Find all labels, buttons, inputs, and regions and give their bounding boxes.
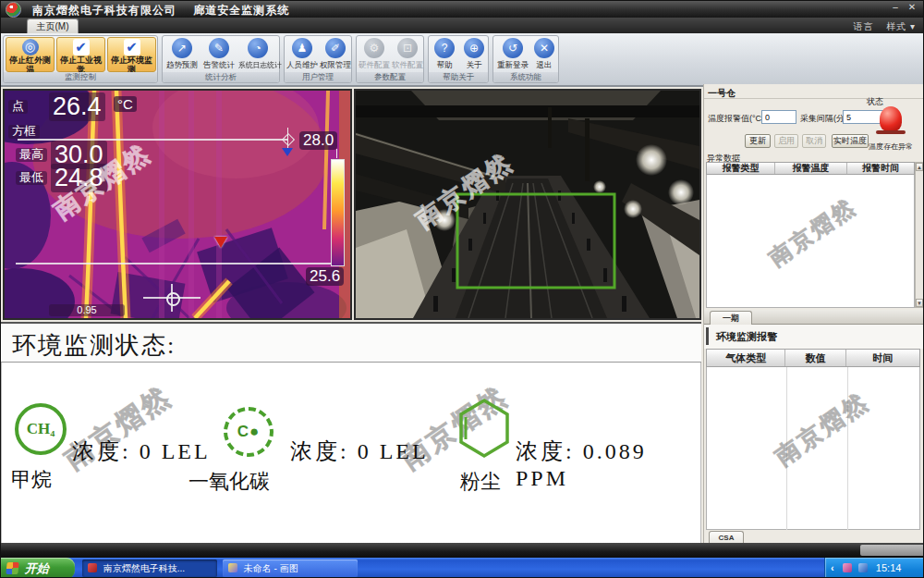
tray-icon-1[interactable] <box>843 563 852 572</box>
trend-predict-button[interactable]: ↗ 趋势预测 <box>164 38 200 71</box>
cancel-button[interactable]: 取消 <box>802 134 826 148</box>
column-header[interactable]: 时间 <box>846 350 919 366</box>
right-panel: 一号仓 状态 温度报警值(°C): 采集间隔(分): 更新 启用 取消 实时温度… <box>703 84 924 543</box>
measure-line-bottom <box>16 263 334 264</box>
group-label: 参数配置 <box>357 72 423 82</box>
paint-task-icon <box>228 563 237 572</box>
camera-image <box>356 91 699 318</box>
check-icon: ✔ <box>73 39 90 55</box>
ribbon-tab-row: 主页(M) 语言 样式 ▾ <box>1 18 923 33</box>
windows-logo-icon <box>6 562 18 574</box>
interval-input[interactable] <box>843 110 883 124</box>
update-button[interactable]: 更新 <box>745 134 771 148</box>
ribbon-group-monitor-control: ◎ 停止红外测温 ✔ 停止工业视觉 ✔ 停止环境监测 监测控制 <box>3 35 158 83</box>
relogin-button[interactable]: ↺ 重新登录 <box>495 38 530 71</box>
accent-bar <box>706 327 709 345</box>
status-label: 状态 <box>867 96 883 108</box>
stop-vision-button[interactable]: ✔ 停止工业视觉 <box>56 37 105 72</box>
software-config-button[interactable]: ⊡ 软件配置 <box>392 38 423 71</box>
taskbar-task-app[interactable]: 南京熠然电子科技... <box>82 560 217 577</box>
env-status-title: 环境监测状态: <box>12 329 176 362</box>
app-window: 南京熠然电子科技有限公司 廊道安全监测系统 – ✕ 主页(M) 语言 样式 ▾ … <box>0 0 924 578</box>
hardware-icon: ⚙ <box>364 38 384 58</box>
tab-csa[interactable]: CSA <box>709 531 744 544</box>
ribbon-group-parameters: ⚙ 硬件配置 ⊡ 软件配置 参数配置 <box>356 35 424 83</box>
marker-red-triangle-icon <box>214 237 227 248</box>
column-header[interactable]: 报警时间 <box>847 163 914 174</box>
resize-grip[interactable] <box>860 545 924 556</box>
group-label: 统计分析 <box>163 72 279 82</box>
alarm-lamp-base <box>876 130 906 134</box>
hardware-config-button[interactable]: ⚙ 硬件配置 <box>359 38 390 71</box>
stop-infrared-button[interactable]: ◎ 停止红外测温 <box>6 37 55 72</box>
tray-clock: 15:14 <box>876 562 902 573</box>
ribbon-group-system: ↺ 重新登录 ✕ 退出 系统功能 <box>492 35 559 83</box>
industrial-camera-view[interactable]: 南京熠然 <box>354 89 701 320</box>
emissivity-value: 0.95 <box>49 304 125 316</box>
unit-label: °C <box>114 96 137 112</box>
infrared-icon: ◎ <box>22 39 39 55</box>
tray-icon-2[interactable] <box>858 563 868 572</box>
scroll-down-icon[interactable]: ▼ <box>916 299 923 307</box>
alarm-status-text: 温度存在异常 <box>863 141 918 152</box>
ribbon-toolbar: ◎ 停止红外测温 ✔ 停止工业视觉 ✔ 停止环境监测 监测控制 ↗ 趋势预测 ✎… <box>1 33 923 87</box>
min-label: 最低 <box>16 171 47 185</box>
point-temperature: 26.4 <box>49 92 105 121</box>
scroll-up-icon[interactable]: ▲ <box>916 163 923 171</box>
alarm-stats-icon: ✎ <box>209 38 229 58</box>
tray-chevron-icon[interactable]: ‹ <box>831 562 834 573</box>
trend-icon: ↗ <box>172 38 192 58</box>
column-header[interactable]: 数值 <box>785 350 845 366</box>
start-button[interactable]: 开始 <box>1 558 75 578</box>
permission-button[interactable]: ✐ 权限管理 <box>320 38 351 71</box>
group-label: 帮助关于 <box>429 72 488 82</box>
tab-phase-one[interactable]: 一期 <box>710 311 752 325</box>
help-button[interactable]: ? 帮助 <box>431 38 458 71</box>
group-label: 监测控制 <box>4 72 157 82</box>
language-menu[interactable]: 语言 <box>853 21 873 31</box>
enable-button[interactable]: 启用 <box>774 134 798 148</box>
tab-home[interactable]: 主页(M) <box>27 18 79 34</box>
gas-reading-co: 浓度: 0 LEL <box>290 437 429 466</box>
about-button[interactable]: ⊕ 关于 <box>460 38 488 71</box>
scale-high-value: 28.0 <box>299 131 337 150</box>
app-logo-icon <box>6 2 21 18</box>
taskbar-task-paint[interactable]: 未命名 - 画图 <box>223 560 358 577</box>
ribbon-group-help: ? 帮助 ⊕ 关于 帮助关于 <box>428 35 489 83</box>
help-icon: ? <box>434 38 455 58</box>
alarm-lamp-icon <box>880 106 902 131</box>
style-menu[interactable]: 样式 <box>886 21 906 31</box>
temp-alarm-input[interactable] <box>761 110 796 124</box>
app-task-icon <box>88 563 97 572</box>
column-header[interactable]: 气体类型 <box>707 350 785 366</box>
software-icon: ⊡ <box>397 38 418 58</box>
exit-button[interactable]: ✕ 退出 <box>532 38 556 71</box>
crosshair-icon <box>166 292 180 306</box>
marker-blue-triangle-icon <box>282 148 293 156</box>
system-tray: ‹ 15:14 <box>824 558 924 578</box>
column-header[interactable]: 报警类型 <box>707 163 775 174</box>
alarm-table-scrollbar[interactable]: ▲ ▼ <box>915 162 924 308</box>
check-icon: ✔ <box>124 39 140 55</box>
min-temperature: 24.8 <box>51 164 107 192</box>
ribbon-group-statistics: ↗ 趋势预测 ✎ 告警统计 ◔ 系统日志统计 统计分析 <box>162 35 280 83</box>
ribbon-group-user-management: ♟ 人员维护 ✐ 权限管理 用户管理 <box>284 35 352 83</box>
env-alarm-title: 环境监测报警 <box>716 330 777 344</box>
gas-reading-methane: 浓度: 0 LEL <box>72 437 211 466</box>
thermal-camera-view[interactable]: 点 26.4 °C 方框 最高 30.0 最低 24.8 28.0 25.6 0… <box>3 89 352 320</box>
log-stats-button[interactable]: ◔ 系统日志统计 <box>237 38 279 71</box>
app-name: 廊道安全监测系统 <box>193 4 289 17</box>
minimize-button[interactable]: – <box>888 1 903 13</box>
thermal-image <box>5 91 350 318</box>
user-icon: ♟ <box>292 38 312 58</box>
temperature-scale-bar <box>331 159 345 266</box>
max-label: 最高 <box>16 148 47 162</box>
company-name: 南京熠然电子科技有限公司 <box>32 4 176 17</box>
column-header[interactable]: 报警温度 <box>775 163 847 174</box>
stop-env-monitor-button[interactable]: ✔ 停止环境监测 <box>107 37 156 72</box>
user-maintain-button[interactable]: ♟ 人员维护 <box>286 38 318 71</box>
close-button[interactable]: ✕ <box>905 1 919 13</box>
alarm-stats-button[interactable]: ✎ 告警统计 <box>201 38 237 71</box>
env-table-header: 气体类型 数值 时间 <box>706 349 920 367</box>
taskbar: 开始 南京熠然电子科技... 未命名 - 画图 ‹ 15:14 <box>1 558 924 578</box>
